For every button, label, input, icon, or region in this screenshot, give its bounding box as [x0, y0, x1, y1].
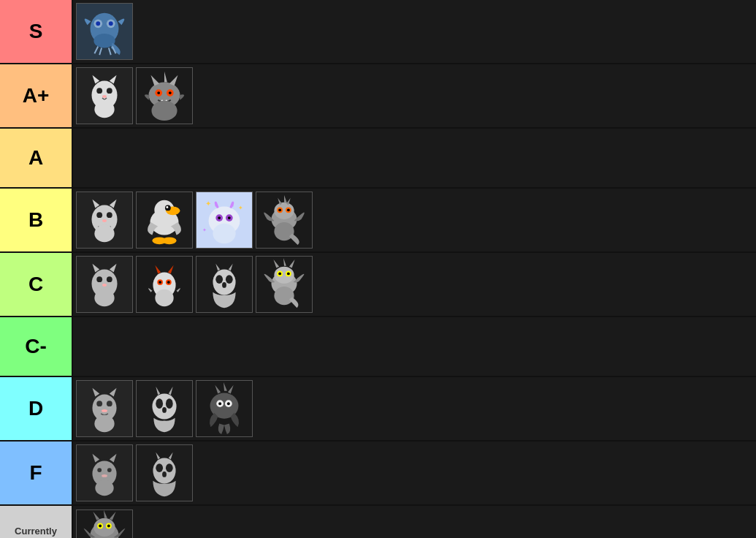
tier-content-cm	[73, 317, 756, 376]
svg-point-44	[166, 206, 168, 208]
svg-point-137	[156, 463, 163, 472]
tier-content-a	[73, 129, 756, 187]
char-unranked-1[interactable]	[76, 509, 133, 538]
char-f-1[interactable]	[76, 444, 133, 501]
tier-row-c: C	[0, 253, 756, 317]
svg-point-51	[218, 216, 221, 219]
svg-point-130	[107, 468, 112, 472]
char-c-2[interactable]	[136, 256, 193, 313]
svg-point-17	[102, 95, 107, 98]
svg-point-134	[95, 480, 113, 496]
svg-point-5	[109, 21, 113, 26]
svg-point-46	[162, 237, 176, 244]
tier-row-ap: A+	[0, 64, 756, 129]
svg-point-83	[167, 281, 170, 284]
svg-point-27	[169, 91, 172, 94]
char-d-1[interactable]	[76, 380, 133, 437]
svg-point-70	[96, 276, 102, 282]
svg-point-136	[153, 458, 175, 484]
svg-point-18	[94, 101, 114, 118]
svg-point-114	[166, 398, 173, 409]
tier-list: S	[0, 0, 756, 538]
svg-point-133	[102, 474, 107, 477]
char-d-2[interactable]	[136, 380, 193, 437]
svg-point-75	[94, 289, 114, 306]
char-c-3[interactable]	[196, 256, 253, 313]
char-ap-1[interactable]	[76, 67, 133, 124]
svg-point-13	[96, 88, 102, 94]
svg-point-151	[107, 524, 110, 527]
svg-point-122	[218, 402, 221, 405]
svg-point-89	[222, 282, 226, 288]
tier-label-cm: C-	[0, 317, 73, 376]
tier-label-d: D	[0, 377, 73, 440]
svg-point-144	[93, 518, 115, 537]
svg-point-65	[278, 208, 281, 211]
tier-content-c	[73, 253, 756, 316]
tier-content-f	[73, 442, 756, 504]
svg-point-138	[166, 463, 173, 472]
svg-point-30	[151, 101, 177, 121]
tier-row-cm: C-	[0, 317, 756, 377]
tier-label-b: B	[0, 189, 73, 251]
svg-point-87	[215, 275, 223, 284]
svg-point-74	[102, 284, 107, 287]
currently-being-ranked-label: Currently being ranked	[7, 526, 66, 538]
char-d-3[interactable]	[196, 380, 253, 437]
tier-label-ap: A+	[0, 64, 73, 127]
svg-point-82	[159, 281, 161, 284]
svg-point-38	[94, 225, 114, 242]
svg-point-112	[152, 394, 176, 420]
svg-point-86	[213, 270, 235, 295]
char-c-1[interactable]	[76, 256, 133, 313]
tier-label-unranked: Currently being ranked	[0, 506, 73, 538]
char-b-2[interactable]	[136, 192, 193, 249]
tier-row-f: F	[0, 442, 756, 506]
svg-point-52	[228, 216, 231, 219]
svg-point-94	[274, 267, 294, 284]
svg-point-4	[96, 21, 100, 26]
svg-point-100	[278, 272, 281, 275]
tier-label-a: A	[0, 129, 73, 187]
char-ap-2[interactable]	[136, 67, 193, 124]
tier-content-d	[73, 377, 756, 440]
svg-point-33	[96, 212, 102, 218]
svg-text:✦: ✦	[205, 200, 211, 208]
tier-row-d: D	[0, 377, 756, 442]
svg-point-53	[213, 224, 235, 243]
svg-point-139	[162, 471, 167, 477]
tier-row-b: B	[0, 189, 756, 253]
svg-point-26	[157, 91, 160, 94]
tier-content-s	[73, 0, 756, 63]
svg-point-66	[287, 208, 290, 211]
char-b-4[interactable]	[256, 192, 313, 249]
char-f-2[interactable]	[136, 444, 193, 501]
svg-point-34	[107, 212, 112, 218]
svg-point-109	[102, 409, 107, 412]
char-b-1[interactable]	[76, 192, 133, 249]
tier-label-f: F	[0, 442, 73, 504]
svg-point-88	[226, 275, 233, 284]
char-c-4[interactable]	[256, 256, 313, 313]
svg-point-115	[162, 407, 167, 413]
svg-point-14	[107, 88, 112, 94]
tier-label-s: S	[0, 0, 73, 63]
svg-point-37	[102, 219, 107, 222]
svg-point-101	[287, 272, 290, 275]
tier-row-unranked: Currently being ranked	[0, 506, 756, 538]
svg-point-71	[107, 276, 112, 282]
svg-text:✦: ✦	[238, 205, 243, 211]
svg-point-106	[107, 401, 112, 406]
svg-point-84	[155, 289, 173, 306]
svg-point-102	[274, 287, 294, 305]
tier-content-b: ✦ ✦ ✦	[73, 189, 756, 251]
svg-point-129	[97, 468, 102, 472]
svg-point-123	[227, 402, 230, 405]
svg-point-105	[96, 401, 102, 406]
tier-label-c: C	[0, 253, 73, 316]
char-b-3[interactable]: ✦ ✦ ✦	[196, 192, 253, 249]
svg-text:✦: ✦	[202, 227, 207, 232]
tier-row-s: S	[0, 0, 756, 64]
char-s-1[interactable]	[76, 3, 133, 60]
tier-content-unranked	[73, 506, 756, 538]
